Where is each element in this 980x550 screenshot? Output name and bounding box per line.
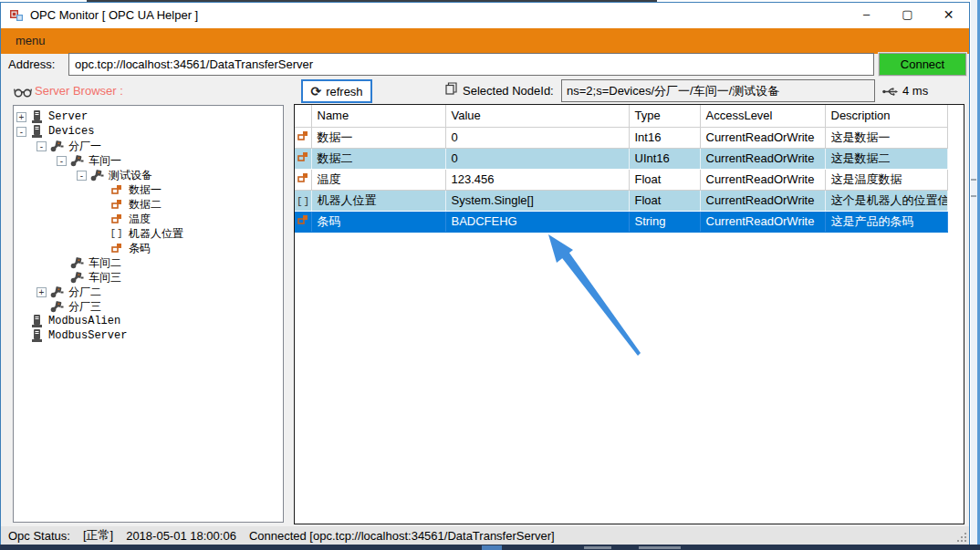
node-table-panel: Name Value Type AccessLevel Description …	[294, 104, 964, 524]
tree-item-label: 数据一	[127, 182, 162, 198]
tree-item[interactable]: 车间三	[14, 270, 283, 285]
taskbar-item[interactable]	[584, 546, 611, 549]
refresh-button[interactable]: ⟳ refresh	[301, 79, 372, 103]
tag-icon	[109, 197, 124, 212]
tree-item-label: 分厂二	[67, 285, 101, 300]
cell-description: 这个是机器人的位置信...	[825, 190, 947, 211]
taskbar-item[interactable]	[639, 546, 681, 549]
cell-type: UInt16	[629, 148, 700, 169]
node-table: Name Value Type AccessLevel Description …	[295, 105, 948, 233]
tree-item-label: 车间三	[87, 270, 121, 285]
table-row[interactable]: [] 机器人位置 System.Single[] Float CurrentRe…	[295, 190, 947, 211]
tree-item-label: 测试设备	[107, 168, 152, 183]
tag-icon	[297, 214, 308, 228]
tree-item[interactable]: - 测试设备	[14, 168, 283, 182]
status-message: Connected [opc.tcp://localhost:34561/Dat…	[249, 529, 555, 543]
cell-accesslevel: CurrentReadOrWrite	[700, 127, 825, 148]
menu-bar: menu	[1, 28, 969, 54]
expand-toggle-icon[interactable]: +	[36, 287, 47, 297]
column-header-type[interactable]: Type	[629, 105, 700, 127]
machine-icon	[69, 270, 84, 285]
machine-icon	[49, 285, 64, 299]
tag-icon	[109, 182, 124, 197]
tag-icon	[297, 130, 308, 144]
tag-icon	[297, 151, 308, 165]
tree-item[interactable]: 条码	[14, 241, 283, 255]
address-label: Address:	[8, 57, 55, 71]
tree-item[interactable]: 数据一	[14, 182, 283, 197]
tree-item-label: 车间一	[87, 153, 121, 169]
cell-accesslevel: CurrentReadOrWrite	[700, 190, 825, 211]
window-controls: – ▢ ✕	[846, 3, 969, 28]
tree-item[interactable]: + Server	[14, 109, 283, 124]
tree-item[interactable]: - Devices	[14, 124, 283, 139]
maximize-button[interactable]: ▢	[887, 3, 928, 28]
tree-item-label: 车间二	[87, 255, 121, 271]
server-icon	[29, 328, 44, 343]
server-icon	[29, 314, 44, 328]
tag-icon	[109, 241, 124, 255]
expand-toggle-icon[interactable]: -	[16, 127, 26, 137]
array-icon: []	[109, 226, 124, 241]
tree-item[interactable]: ModbusAlien	[14, 314, 283, 328]
table-row[interactable]: 数据一 0 Int16 CurrentReadOrWrite 这是数据一	[295, 127, 947, 148]
cell-value: BADCFEHG	[445, 211, 629, 232]
expand-toggle-icon[interactable]: -	[77, 171, 87, 181]
selected-nodeid-input[interactable]	[561, 79, 875, 102]
tree-item[interactable]: - 分厂一	[14, 139, 283, 153]
column-header-accesslevel[interactable]: AccessLevel	[700, 105, 825, 127]
column-header-description[interactable]: Description	[825, 105, 947, 127]
server-tree: + Server - Devices - 分厂一 -	[13, 105, 284, 523]
cell-name: 机器人位置	[311, 190, 445, 211]
expand-toggle-icon[interactable]: -	[36, 141, 47, 151]
title-bar[interactable]: OPC Monitor [ OPC UA Helper ] – ▢ ✕	[1, 3, 969, 28]
tree-item[interactable]: ModbusServer	[14, 328, 283, 343]
connect-button[interactable]: Connect	[879, 53, 966, 76]
machine-icon	[49, 299, 64, 314]
table-row[interactable]: 温度 123.456 Float CurrentReadOrWrite 这是温度…	[295, 169, 947, 190]
resize-grip[interactable]	[955, 530, 967, 546]
cell-accesslevel: CurrentReadOrWrite	[700, 211, 825, 232]
column-header-value[interactable]: Value	[445, 105, 629, 127]
cell-description: 这是数据二	[825, 148, 947, 169]
tree-item[interactable]: + 分厂二	[14, 285, 283, 299]
close-button[interactable]: ✕	[928, 3, 969, 28]
copy-icon	[445, 82, 457, 99]
array-icon: []	[297, 193, 310, 207]
taskbar[interactable]	[0, 545, 980, 550]
tree-item-label: 温度	[127, 212, 151, 227]
tree-item-label: 机器人位置	[127, 226, 183, 242]
table-row[interactable]: 数据二 0 UInt16 CurrentReadOrWrite 这是数据二	[295, 148, 947, 169]
tree-item[interactable]: 车间二	[14, 255, 283, 270]
taskbar-app-button[interactable]	[482, 545, 502, 550]
table-header-row: Name Value Type AccessLevel Description	[295, 105, 947, 127]
table-row[interactable]: 条码 BADCFEHG String CurrentReadOrWrite 这是…	[295, 211, 947, 232]
column-header-name[interactable]: Name	[311, 105, 445, 127]
cell-value: System.Single[]	[445, 190, 629, 211]
cell-type: Float	[629, 190, 700, 211]
tree-item[interactable]: 分厂三	[14, 299, 283, 314]
status-label: Opc Status:	[8, 529, 70, 543]
expand-toggle-icon[interactable]: +	[16, 112, 26, 122]
tree-item-label: Devices	[47, 125, 94, 138]
server-icon	[29, 124, 44, 139]
tree-item[interactable]: 温度	[14, 212, 283, 226]
expand-toggle-icon[interactable]: -	[57, 156, 67, 166]
window-title: OPC Monitor [ OPC UA Helper ]	[30, 3, 198, 28]
minimize-button[interactable]: –	[846, 3, 887, 28]
menu-item-menu[interactable]: menu	[16, 28, 46, 54]
tree-item[interactable]: - 车间一	[14, 153, 283, 168]
cell-name: 数据二	[311, 148, 445, 169]
tree-item[interactable]: 数据二	[14, 197, 283, 212]
icon-column-header[interactable]	[295, 105, 311, 127]
cell-name: 条码	[311, 211, 445, 232]
tree-item[interactable]: [] 机器人位置	[14, 226, 283, 241]
cell-value: 123.456	[445, 169, 629, 190]
tag-icon	[297, 172, 308, 186]
status-state: [正常]	[83, 527, 113, 544]
tree-item-label: 分厂一	[67, 139, 101, 154]
cell-description: 这是数据一	[825, 127, 947, 148]
background-window-strip	[971, 0, 980, 545]
address-input[interactable]	[68, 53, 874, 76]
server-icon	[29, 109, 44, 124]
